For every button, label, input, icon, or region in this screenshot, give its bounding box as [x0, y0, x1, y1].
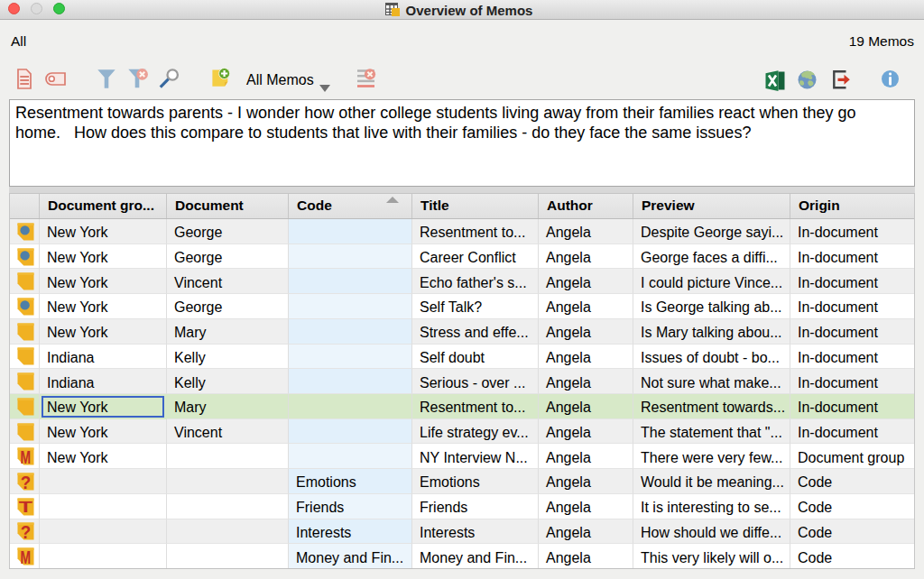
- svg-text:M: M: [21, 447, 32, 465]
- svg-text:M: M: [21, 547, 32, 565]
- svg-text:?: ?: [21, 473, 31, 491]
- svg-text:?: ?: [21, 522, 31, 540]
- svg-text:T: T: [19, 499, 33, 516]
